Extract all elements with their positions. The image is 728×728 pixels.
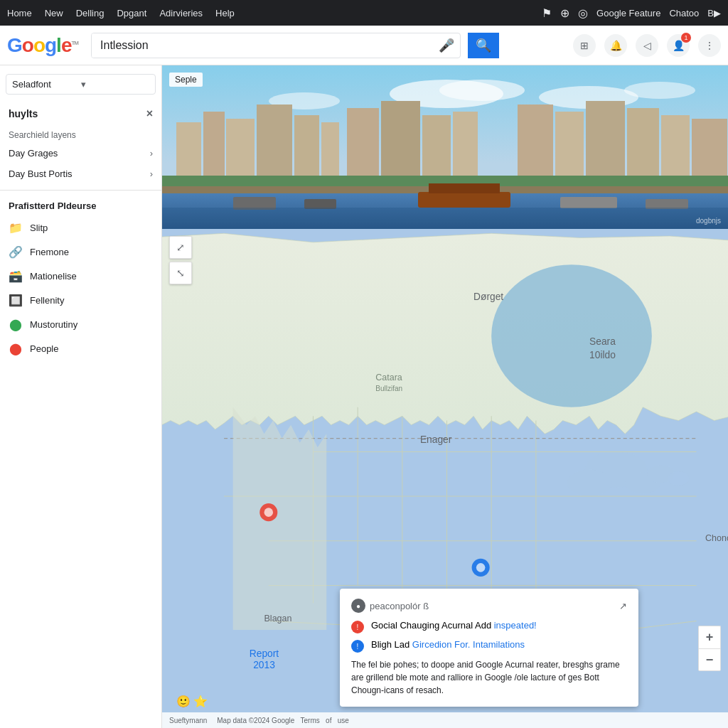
popup-external-link-icon[interactable]: ↗	[619, 601, 627, 611]
sidebar-fav-slitp[interactable]: 📁 Slitp	[0, 215, 161, 240]
close-button[interactable]: ×	[146, 107, 153, 120]
svg-rect-16	[518, 105, 553, 179]
main-area: Seladfont ▾ huylts × Searchield layens D…	[0, 65, 728, 728]
svg-rect-31	[162, 208, 728, 229]
svg-rect-26	[304, 199, 336, 209]
map-area[interactable]: Dørget Seara 10ildo Catara Bullzifan Ena…	[162, 229, 728, 728]
svg-text:Chonos: Chonos	[705, 533, 728, 543]
sidebar-fav-mationelise[interactable]: 🗃️ Mationelise	[0, 264, 161, 288]
seple-label[interactable]: Seple	[169, 73, 203, 87]
fav-mationelise-label: Mationelise	[30, 271, 77, 282]
popup-header: ● peaconpolór ß ↗	[351, 599, 627, 613]
zoom-out-button[interactable]: −	[698, 648, 721, 671]
link-icon: 🔗	[9, 245, 23, 259]
svg-point-63	[264, 508, 274, 517]
mic-icon[interactable]: 🎤	[433, 38, 460, 53]
svg-point-39	[491, 264, 652, 407]
sidebar-fav-mustorutiny[interactable]: ⬤ Mustorutiny	[0, 312, 161, 336]
svg-rect-13	[381, 101, 420, 179]
popup-row-2: ! Bligh Lad Gircedion For. Intamilations	[351, 639, 627, 653]
google-feature-button[interactable]: Google Feature	[596, 8, 660, 18]
sidebar-dropdown[interactable]: Seladfont ▾	[6, 74, 156, 95]
popup-row-2-text: Bligh Lad Gircedion For. Intamilations	[371, 639, 525, 650]
searchbar-icons: ⊞ 🔔 ◁ 👤1 ⋮	[573, 34, 721, 57]
sidebar-item-day-grages-label: Day Grages	[9, 148, 58, 159]
chatoo-button[interactable]: Chatoo	[669, 8, 699, 18]
svg-point-65	[476, 563, 486, 572]
svg-text:Blagan: Blagan	[264, 614, 292, 623]
sidebar-item-day-grages[interactable]: Day Grages ›	[0, 143, 161, 164]
harbor-photo: Seple dogbnjs	[162, 65, 728, 229]
user-icon[interactable]: 👤1	[667, 34, 690, 57]
map-bottom-bar: Sueftymann Map data ©2024 Google Terms o…	[162, 712, 728, 728]
svg-rect-14	[422, 115, 451, 179]
collapse-map-button[interactable]: ⤡	[169, 262, 192, 284]
emoji-star: ⭐	[193, 695, 208, 708]
fav-people-label: People	[30, 343, 58, 354]
popup-header-text: peaconpolór ß	[370, 601, 429, 611]
fav-fellenity-label: Fellenity	[30, 295, 64, 306]
zoom-in-button[interactable]: +	[698, 626, 721, 648]
sidebar-fav-people[interactable]: ⬤ People	[0, 336, 161, 360]
popup-row-2-link[interactable]: Gircedion For. Intamilations	[412, 639, 525, 650]
popup-header-left: ● peaconpolór ß	[351, 599, 429, 613]
harbor-background	[162, 65, 728, 229]
svg-rect-9	[257, 105, 292, 179]
harbor-svg	[162, 65, 728, 229]
svg-text:2013: 2013	[253, 660, 275, 670]
svg-rect-21	[692, 119, 727, 179]
adjust-icon[interactable]: ⊕	[560, 6, 569, 20]
svg-rect-20	[661, 115, 690, 179]
notification-icon[interactable]: ⚑	[542, 6, 552, 20]
google-logo: GoogleTM	[7, 34, 78, 57]
favorites-title: Prafistterd Pldeurse	[0, 196, 161, 215]
square-icon: 🔲	[9, 293, 23, 307]
location-icon[interactable]: ◎	[578, 6, 588, 20]
search-bar: GoogleTM 🎤 🔍 ⊞ 🔔 ◁ 👤1 ⋮	[0, 26, 728, 65]
nav-help[interactable]: Help	[215, 8, 235, 18]
svg-text:Bullzifan: Bullzifan	[375, 385, 402, 392]
card-icon: 🗃️	[9, 269, 23, 283]
sidebar: Seladfont ▾ huylts × Searchield layens D…	[0, 65, 162, 728]
popup-body-text: The fel bie pohes; to doope anid Google …	[351, 658, 627, 697]
svg-point-38	[668, 471, 689, 486]
map-zoom-controls: + −	[698, 626, 721, 671]
svg-rect-28	[429, 183, 500, 193]
sidebar-item-day-bust-portis[interactable]: Day Bust Portis ›	[0, 164, 161, 184]
nav-adirvieries[interactable]: Adirvieries	[159, 8, 203, 18]
fav-mustorutiny-label: Mustorutiny	[30, 319, 77, 330]
popup-row-2-icon: !	[351, 640, 364, 653]
nav-home[interactable]: Home	[7, 8, 32, 18]
grid-icon[interactable]: ⊞	[573, 34, 596, 57]
nav-dpgant[interactable]: Dpgant	[117, 8, 146, 18]
popup-row-1-text: Gocial Chauging Acurnal Add inspeated!	[371, 620, 537, 631]
fav-slitp-label: Slitp	[30, 223, 48, 233]
popup-row-1-link[interactable]: inspeated!	[494, 620, 537, 631]
sidebar-fav-fnemone[interactable]: 🔗 Fnemone	[0, 240, 161, 264]
extra-button[interactable]: B▶	[707, 8, 721, 18]
search-button[interactable]: 🔍	[468, 33, 499, 58]
topbar-right: ⚑ ⊕ ◎ Google Feature Chatoo B▶	[542, 6, 721, 20]
svg-rect-18	[586, 101, 625, 179]
menu-icon[interactable]: ⋮	[698, 34, 721, 57]
sidebar-item-day-bust-portis-label: Day Bust Portis	[9, 168, 73, 179]
harbor-watermark: dogbnjs	[696, 217, 721, 225]
nav-new[interactable]: New	[45, 8, 63, 18]
chevron-right-icon: ›	[150, 148, 153, 159]
svg-text:Dørget: Dørget	[473, 291, 503, 302]
search-input[interactable]	[92, 33, 433, 58]
arrow-icon[interactable]: ◁	[636, 34, 658, 57]
svg-rect-10	[294, 115, 319, 179]
bell-icon[interactable]: 🔔	[604, 34, 627, 57]
svg-rect-15	[453, 112, 478, 179]
svg-point-2	[439, 80, 525, 101]
map-content: Seple dogbnjs	[162, 65, 728, 728]
nav-delling[interactable]: Delling	[76, 8, 105, 18]
svg-rect-6	[176, 122, 201, 179]
sidebar-divider	[0, 190, 161, 191]
sidebar-section-header: huylts ×	[0, 103, 161, 124]
sidebar-fav-fellenity[interactable]: 🔲 Fellenity	[0, 288, 161, 312]
chevron-down-icon: ▾	[81, 79, 150, 90]
expand-map-button[interactable]: ⤢	[169, 236, 192, 259]
sidebar-dropdown-label: Seladfont	[12, 79, 81, 90]
